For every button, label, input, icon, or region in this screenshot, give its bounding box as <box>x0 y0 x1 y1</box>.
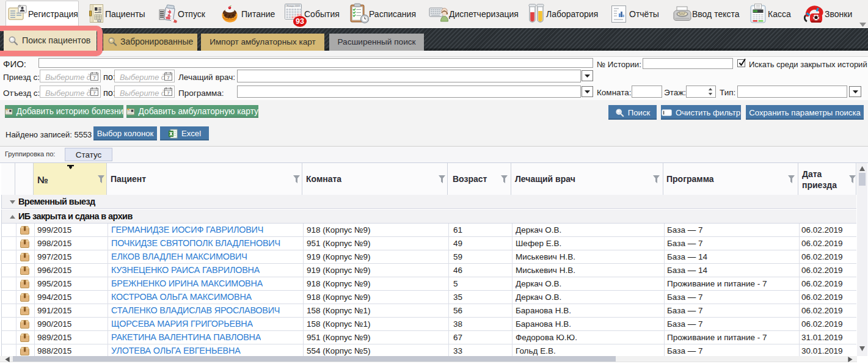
svg-text:7: 7 <box>167 75 170 81</box>
svg-text:7: 7 <box>93 75 96 81</box>
svg-text:Январь 2019: Январь 2019 <box>286 5 299 7</box>
svg-text:7: 7 <box>167 90 170 96</box>
svg-text:7: 7 <box>93 90 96 96</box>
